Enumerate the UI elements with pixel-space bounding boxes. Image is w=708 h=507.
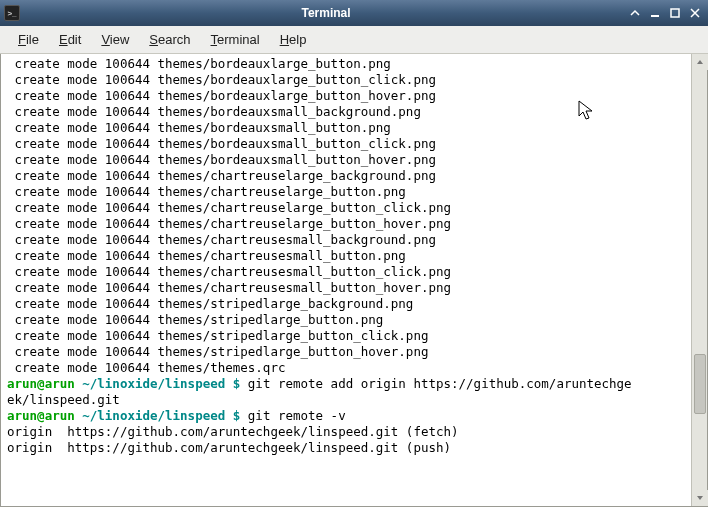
menu-help-rest: elp bbox=[289, 32, 306, 47]
menu-view-rest: iew bbox=[110, 32, 130, 47]
menu-help-accel: H bbox=[280, 32, 289, 47]
close-icon bbox=[689, 7, 701, 19]
terminal-container: create mode 100644 themes/bordeauxlarge_… bbox=[0, 54, 708, 507]
menu-edit-rest: dit bbox=[68, 32, 82, 47]
scrollbar[interactable] bbox=[691, 54, 707, 506]
menu-file-rest: ile bbox=[26, 32, 39, 47]
menu-search-accel: S bbox=[149, 32, 158, 47]
menu-terminal-rest: erminal bbox=[217, 32, 260, 47]
menu-terminal[interactable]: Terminal bbox=[201, 28, 270, 51]
chevron-down-icon bbox=[696, 494, 704, 502]
scrollbar-thumb[interactable] bbox=[694, 354, 706, 414]
window-minimize-button[interactable] bbox=[646, 4, 664, 22]
chevron-up-icon bbox=[696, 58, 704, 66]
menu-view[interactable]: View bbox=[91, 28, 139, 51]
menu-edit[interactable]: Edit bbox=[49, 28, 91, 51]
window-title: Terminal bbox=[26, 6, 626, 20]
terminal-output[interactable]: create mode 100644 themes/bordeauxlarge_… bbox=[1, 54, 691, 506]
scrollbar-arrow-down[interactable] bbox=[692, 490, 708, 506]
minimize-icon bbox=[649, 7, 661, 19]
window-titlebar: >_ Terminal bbox=[0, 0, 708, 26]
svg-rect-0 bbox=[651, 15, 659, 17]
scrollbar-arrow-up[interactable] bbox=[692, 54, 708, 70]
menu-file[interactable]: File bbox=[8, 28, 49, 51]
menu-view-accel: V bbox=[101, 32, 109, 47]
svg-rect-1 bbox=[671, 9, 679, 17]
menu-file-accel: F bbox=[18, 32, 26, 47]
window-shade-button[interactable] bbox=[626, 4, 644, 22]
menu-edit-accel: E bbox=[59, 32, 68, 47]
arrow-up-icon bbox=[629, 7, 641, 19]
maximize-icon bbox=[669, 7, 681, 19]
window-maximize-button[interactable] bbox=[666, 4, 684, 22]
window-close-button[interactable] bbox=[686, 4, 704, 22]
menubar: File Edit View Search Terminal Help bbox=[0, 26, 708, 54]
menu-help[interactable]: Help bbox=[270, 28, 317, 51]
window-controls bbox=[626, 4, 704, 22]
terminal-app-icon: >_ bbox=[4, 5, 20, 21]
menu-search-rest: earch bbox=[158, 32, 191, 47]
menu-search[interactable]: Search bbox=[139, 28, 200, 51]
